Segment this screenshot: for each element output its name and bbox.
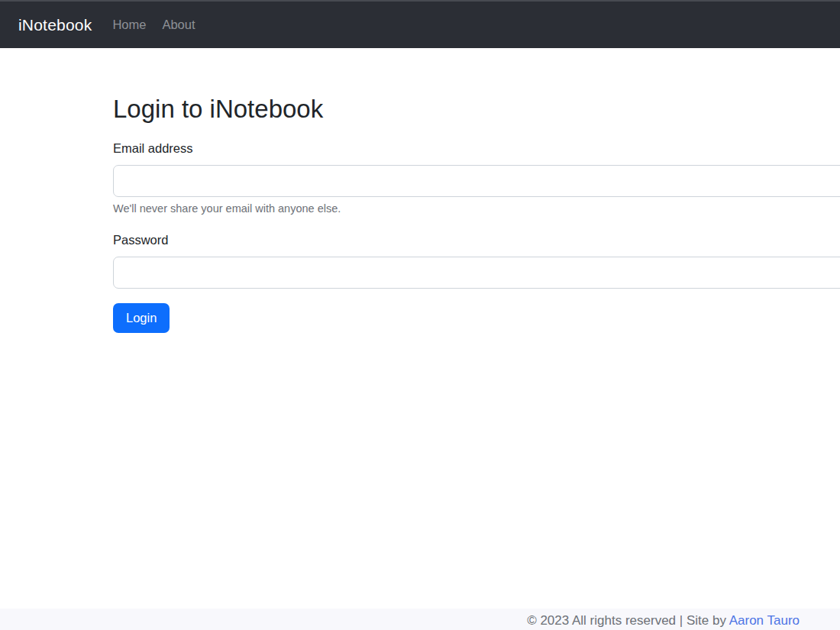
email-field[interactable] xyxy=(113,165,840,197)
email-help-text: We'll never share your email with anyone… xyxy=(113,202,840,215)
login-page: Login to iNotebook Email address We'll n… xyxy=(113,94,840,333)
nav-link-home[interactable]: Home xyxy=(112,18,146,32)
navbar-links: Home About xyxy=(112,18,195,32)
email-label: Email address xyxy=(113,141,840,156)
page-title: Login to iNotebook xyxy=(113,94,840,124)
footer-author-link[interactable]: Aaron Tauro xyxy=(729,613,800,628)
login-form: Email address We'll never share your ema… xyxy=(113,141,840,333)
nav-link-about[interactable]: About xyxy=(162,18,195,32)
top-navbar: iNotebook Home About xyxy=(0,0,840,48)
password-field[interactable] xyxy=(113,257,840,289)
login-button[interactable]: Login xyxy=(113,303,170,333)
page-footer: © 2023 All rights reserved | Site by Aar… xyxy=(0,609,840,630)
navbar-brand[interactable]: iNotebook xyxy=(18,16,92,34)
footer-copyright-text: © 2023 All rights reserved | Site by xyxy=(527,613,729,628)
password-label: Password xyxy=(113,233,840,247)
